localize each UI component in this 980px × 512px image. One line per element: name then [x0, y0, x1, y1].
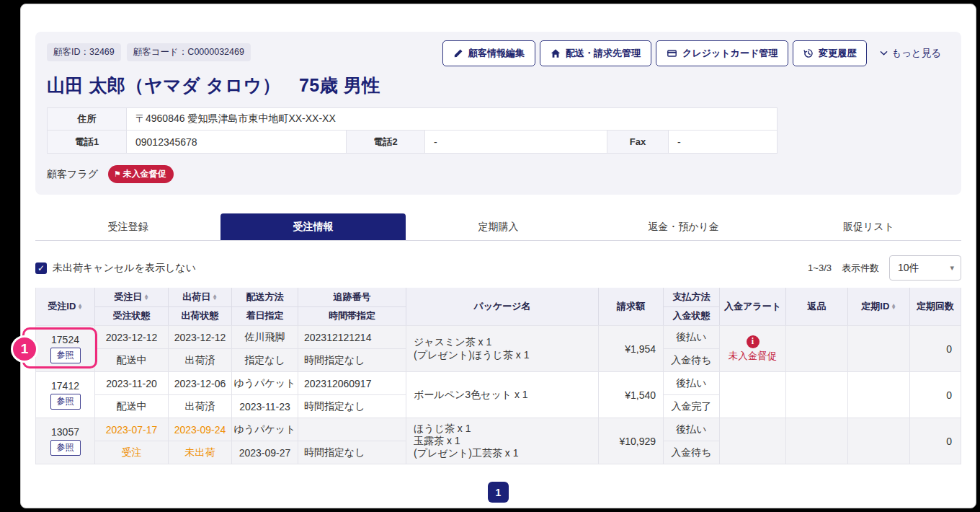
- alert-cell: [720, 418, 786, 464]
- tab-refund-deposit[interactable]: 返金・預かり金: [591, 213, 776, 240]
- customer-name: 山田 太郎（ヤマダ タロウ） 75歳 男性: [47, 74, 941, 97]
- order-id: 17412: [51, 380, 79, 392]
- cell-bottom-value: 出荷済: [169, 349, 231, 371]
- ref-button[interactable]: 参照: [50, 440, 81, 456]
- ref-button[interactable]: 参照: [50, 348, 81, 363]
- header-ship-date[interactable]: 出荷日 ▲▼: [169, 288, 231, 307]
- caret-down-icon: ▾: [950, 263, 954, 273]
- customer-info-table: 住所 〒4960846 愛知県津島市東中地町XX-XX-XX 電話1 09012…: [47, 107, 778, 154]
- order-row: 17524参照12023-12-12配送中2023-12-12出荷済佐川飛脚指定…: [36, 325, 961, 371]
- result-range: 1~3/3: [808, 262, 832, 273]
- sub-count-cell: 0: [910, 372, 961, 418]
- per-page-select[interactable]: 10件 ▾: [889, 255, 961, 281]
- cell-bottom-value: 配送中: [95, 395, 168, 418]
- edit-customer-button[interactable]: 顧客情報編集: [442, 40, 535, 66]
- more-label: もっと見る: [891, 47, 941, 60]
- tab-bar: 受注登録 受注情報 定期購入 返金・預かり金 販促リスト: [35, 213, 961, 241]
- header-amount: 請求額: [599, 288, 664, 325]
- method-arrival-cell: ゆうパケット2023-09-27: [232, 418, 298, 464]
- cell-top-value: 後払い: [664, 418, 719, 441]
- header-order-id[interactable]: 受注ID ▲▼: [36, 288, 95, 325]
- return-cell: [786, 372, 848, 418]
- order-id: 13057: [51, 426, 79, 438]
- unpaid-reminder-text: 未入金督促: [123, 168, 166, 180]
- order-id-cell: 17412参照: [36, 372, 95, 418]
- header-order-date-status[interactable]: 受注日 ▲▼ 受注状態: [95, 288, 169, 325]
- package-line: (プレゼント)ほうじ茶 x 1: [414, 349, 530, 361]
- flag-icon: ⚑: [114, 169, 121, 179]
- cell-bottom-value: 指定なし: [232, 349, 298, 371]
- cell-bottom-value: 入金完了: [664, 395, 719, 418]
- header-ship-date-status[interactable]: 出荷日 ▲▼ 出荷状態: [169, 288, 232, 325]
- tab-promo-list[interactable]: 販促リスト: [776, 213, 961, 240]
- sub-id-cell: [848, 326, 910, 371]
- header-sub-id[interactable]: 定期ID ▲▼: [848, 288, 910, 325]
- header-returns: 返品: [786, 288, 848, 325]
- orders-table: 受注ID ▲▼ 受注日 ▲▼ 受注状態 出荷日 ▲▼ 出荷状態: [35, 288, 961, 464]
- ship-date-status-cell: 2023-12-06出荷済: [169, 372, 232, 418]
- hide-cancel-checkbox[interactable]: ✓ 未出荷キャンセルを表示しない: [35, 262, 196, 275]
- cell-top-value: 202312121214: [298, 326, 406, 349]
- cell-bottom-value: 時間指定なし: [298, 395, 406, 418]
- sort-icon[interactable]: ▲▼: [213, 294, 217, 299]
- hide-cancel-label: 未出荷キャンセルを表示しない: [53, 262, 196, 275]
- cell-bottom-value: 2023-09-27: [232, 441, 298, 464]
- shipping-billing-button[interactable]: 配送・請求先管理: [540, 40, 651, 66]
- customer-code-badge: 顧客コード：C0000032469: [127, 43, 251, 61]
- cell-top-value: [298, 418, 406, 441]
- tel2-value: -: [425, 131, 607, 153]
- header-ship-status: 出荷状態: [169, 307, 231, 326]
- pagination: 1: [21, 482, 976, 503]
- alert-cell: i未入金督促: [720, 326, 786, 371]
- cell-top-value: 後払い: [664, 372, 719, 395]
- checkbox-checked-icon: ✓: [35, 262, 47, 274]
- change-history-label: 変更履歴: [819, 47, 856, 60]
- order-id-cell: 13057参照: [36, 418, 95, 464]
- sort-icon[interactable]: ▲▼: [78, 304, 82, 309]
- header-tracking: 追跡番号: [298, 288, 406, 307]
- package-cell: ほうじ茶 x 1玉露茶 x 1(プレゼント)工芸茶 x 1: [406, 418, 599, 464]
- order-row: 17412参照2023-11-20配送中2023-12-06出荷済ゆうパケット2…: [36, 371, 961, 418]
- sort-icon[interactable]: ▲▼: [891, 304, 896, 309]
- history-icon: [803, 48, 814, 58]
- customer-flag-label: 顧客フラグ: [47, 168, 98, 181]
- package-line: ジャスミン茶 x 1: [414, 336, 491, 348]
- customer-badges: 顧客ID：32469 顧客コード：C0000032469: [47, 40, 251, 61]
- more-link[interactable]: もっと見る: [880, 47, 941, 60]
- ref-button[interactable]: 参照: [50, 394, 81, 410]
- order-date-status-cell: 2023-11-20配送中: [95, 372, 169, 418]
- credit-card-label: クレジットカード管理: [682, 47, 778, 60]
- per-page-value: 10件: [898, 262, 919, 275]
- cell-bottom-value: 入金待ち: [664, 349, 719, 371]
- order-date-status-cell: 2023-07-17受注: [95, 418, 169, 464]
- sub-count-cell: 0: [910, 326, 961, 371]
- return-cell: [786, 326, 848, 371]
- cell-top-value: ゆうパケット: [232, 372, 298, 395]
- tab-subscription[interactable]: 定期購入: [406, 213, 591, 240]
- credit-card-button[interactable]: クレジットカード管理: [656, 40, 788, 66]
- sort-icon[interactable]: ▲▼: [144, 294, 148, 299]
- header-alert: 入金アラート: [720, 288, 786, 325]
- cell-top-value: 2023-12-12: [95, 326, 168, 349]
- tab-order-entry[interactable]: 受注登録: [35, 213, 220, 240]
- header-payment: 支払方法: [664, 288, 719, 307]
- phone-row: 電話1 09012345678 電話2 - Fax -: [48, 131, 777, 153]
- shipping-billing-label: 配送・請求先管理: [566, 47, 641, 60]
- header-order-date[interactable]: 受注日 ▲▼: [95, 288, 168, 307]
- edit-customer-label: 顧客情報編集: [468, 47, 525, 60]
- page-1-button[interactable]: 1: [488, 482, 509, 503]
- fax-value: -: [669, 131, 777, 153]
- payment-status-cell: 後払い入金待ち: [664, 326, 720, 371]
- orders-table-body: 17524参照12023-12-12配送中2023-12-12出荷済佐川飛脚指定…: [36, 325, 961, 464]
- cell-top-value: 後払い: [664, 326, 719, 349]
- change-history-button[interactable]: 変更履歴: [793, 40, 867, 66]
- customer-id-badge: 顧客ID：32469: [47, 43, 121, 61]
- package-line: ボールペン3色セット x 1: [414, 389, 528, 401]
- customer-card: 顧客ID：32469 顧客コード：C0000032469 顧客情報編集 配送・請…: [35, 32, 961, 195]
- cell-bottom-value: 時間指定なし: [298, 441, 406, 464]
- order-id: 17524: [51, 334, 79, 345]
- pencil-icon: [453, 48, 463, 58]
- tracking-time-cell: 202312060917時間指定なし: [298, 372, 406, 418]
- cell-bottom-value: 出荷済: [169, 395, 231, 418]
- tab-order-info[interactable]: 受注情報: [220, 213, 406, 240]
